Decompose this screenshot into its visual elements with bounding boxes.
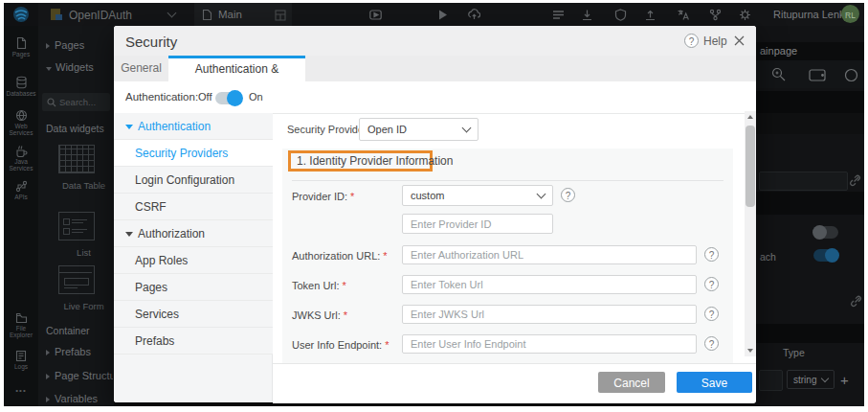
- nav-item-csrf[interactable]: CSRF: [114, 194, 273, 220]
- link-icon[interactable]: [849, 174, 861, 187]
- nav-item-prefabs[interactable]: Prefabs: [114, 328, 273, 355]
- variables-tree-item[interactable]: Variables: [46, 393, 98, 404]
- provider-id-help-icon[interactable]: ?: [561, 188, 575, 202]
- nav-item-app-roles[interactable]: App Roles: [114, 247, 273, 274]
- page-tab-partial[interactable]: ainpage: [760, 45, 797, 57]
- right-panel-strip3: [756, 192, 864, 215]
- inspect-icon[interactable]: [771, 67, 787, 82]
- widgets-tree-item[interactable]: Widgets: [46, 61, 94, 73]
- user-info-endpoint-input[interactable]: [402, 334, 697, 354]
- type-column-header: Type: [783, 347, 805, 358]
- data-table-icon: [58, 145, 95, 173]
- nav-item-services[interactable]: Services: [114, 301, 273, 328]
- preview-play-icon[interactable]: [436, 9, 449, 21]
- web-services-icon: [15, 109, 28, 122]
- more-icon[interactable]: •••: [4, 387, 38, 394]
- project-switcher[interactable]: OpenIDAuth: [50, 5, 184, 24]
- save-button[interactable]: Save: [677, 372, 752, 393]
- scrollbar-thumb[interactable]: [746, 126, 755, 207]
- security-dialog: Security ? Help General Authentication &…: [114, 26, 756, 402]
- provider-id-select[interactable]: custom: [402, 185, 553, 206]
- device-icon[interactable]: [809, 69, 826, 81]
- user-info-endpoint-label: User Info Endpoint:*: [292, 339, 389, 351]
- tab-authentication-authorization[interactable]: Authentication & Authorization: [168, 56, 305, 81]
- widget-tile-data-table[interactable]: Data Table: [42, 140, 110, 197]
- link-icon[interactable]: [850, 295, 862, 308]
- token-url-label: Token Url:*: [292, 280, 346, 291]
- property-toggle-on[interactable]: [813, 249, 838, 262]
- user-name[interactable]: Ritupurna Lenka: [773, 9, 851, 20]
- section-title: 1. Identity Provider Information: [297, 154, 453, 168]
- security-provider-select[interactable]: Open ID: [359, 118, 479, 141]
- live-form-icon: [58, 265, 95, 294]
- nav-item-login-configuration[interactable]: Login Configuration: [114, 167, 273, 194]
- right-panel-strip: [756, 91, 864, 113]
- export-icon[interactable]: [644, 9, 657, 21]
- dialog-tabs: General Authentication & Authorization: [114, 56, 756, 81]
- widget-tile-live-form[interactable]: Live Form: [42, 261, 110, 318]
- sidebar-item-databases[interactable]: Databases: [4, 76, 38, 97]
- authorization-url-label: Authorization URL:*: [292, 250, 388, 262]
- widget-search[interactable]: Search...: [42, 93, 110, 111]
- widget-tile-list[interactable]: List: [42, 207, 110, 264]
- jwks-url-help-icon[interactable]: ?: [704, 307, 719, 321]
- jwks-url-input[interactable]: [402, 305, 697, 324]
- shield-icon[interactable]: [614, 9, 627, 21]
- security-provider-value: Open ID: [367, 124, 407, 135]
- branch-icon[interactable]: [709, 9, 722, 21]
- property-toggle-off[interactable]: [813, 226, 838, 239]
- logo-cell[interactable]: [4, 3, 38, 26]
- security-provider-label: Security Provider:: [287, 124, 370, 135]
- content-scrollbar[interactable]: [745, 111, 756, 356]
- token-url-help-icon[interactable]: ?: [704, 277, 719, 291]
- cancel-button[interactable]: Cancel: [598, 372, 665, 393]
- help-link[interactable]: Help: [703, 34, 727, 48]
- type-select[interactable]: string: [787, 370, 835, 389]
- translate-icon[interactable]: [677, 9, 689, 21]
- attach-label-partial: ach: [760, 251, 776, 263]
- page-tab-main[interactable]: Main: [194, 3, 292, 26]
- sidebar-item-apis[interactable]: APIs: [4, 180, 38, 200]
- right-panel-toolbar: [756, 60, 864, 88]
- add-variable-button[interactable]: +: [840, 372, 849, 388]
- theme-circle-icon[interactable]: [844, 68, 858, 82]
- nav-item-security-providers[interactable]: Security Providers: [114, 140, 273, 167]
- nav-group-authorization[interactable]: Authorization: [114, 220, 273, 247]
- pages-tree-item[interactable]: Pages: [46, 39, 84, 51]
- structure-rows-icon[interactable]: [552, 9, 565, 21]
- run-app-icon[interactable]: [369, 9, 382, 21]
- scroll-down-icon[interactable]: [745, 345, 756, 356]
- toggle-knob: [812, 225, 827, 240]
- tab-general[interactable]: General: [114, 56, 168, 81]
- sidebar-item-pages[interactable]: Pages: [4, 36, 38, 57]
- prefabs-tree-item[interactable]: Prefabs: [46, 346, 91, 357]
- nav-item-pages[interactable]: Pages: [114, 274, 273, 301]
- close-icon[interactable]: [734, 35, 745, 46]
- authorization-url-help-icon[interactable]: ?: [704, 247, 719, 262]
- authentication-toggle[interactable]: [215, 92, 241, 104]
- scroll-up-icon[interactable]: [745, 111, 756, 123]
- provider-id-input[interactable]: [402, 214, 553, 234]
- token-url-input[interactable]: [402, 275, 697, 294]
- chevron-down-icon: [821, 375, 829, 382]
- gear-icon[interactable]: [739, 9, 751, 21]
- import-icon[interactable]: [581, 9, 593, 21]
- section-divider: [292, 180, 723, 181]
- sidebar-item-file-explorer[interactable]: File Explorer: [4, 312, 38, 338]
- sidebar-item-logs[interactable]: Logs: [4, 350, 38, 370]
- property-input[interactable]: [759, 172, 848, 191]
- caret-down-icon: [125, 125, 133, 129]
- help-icon[interactable]: ?: [684, 34, 699, 48]
- authorization-url-input[interactable]: [402, 245, 697, 264]
- search-placeholder: Search...: [59, 97, 96, 107]
- page-structure-tree-item[interactable]: Page Structure: [46, 370, 113, 381]
- sidebar-item-java-services[interactable]: Java Services: [4, 145, 38, 172]
- user-info-endpoint-help-icon[interactable]: ?: [704, 336, 719, 351]
- authentication-label: Authentication:: [125, 91, 198, 103]
- variable-name-input[interactable]: [759, 370, 783, 391]
- cloud-deploy-icon[interactable]: [468, 9, 480, 21]
- nav-group-authentication[interactable]: Authentication: [114, 113, 273, 140]
- sidebar-item-web-services[interactable]: Web Services: [4, 109, 38, 136]
- avatar[interactable]: RL: [841, 5, 859, 23]
- frame-left: [0, 0, 4, 412]
